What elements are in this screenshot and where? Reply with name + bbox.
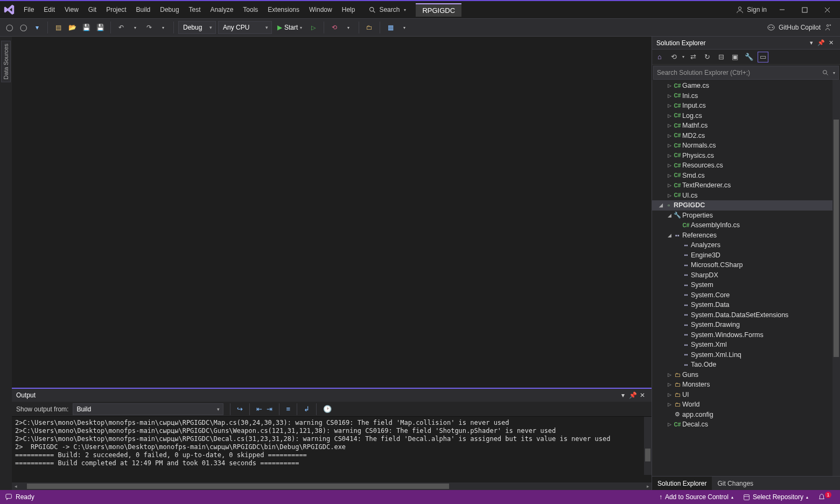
project-name-tab[interactable]: RPGIGDC — [416, 3, 461, 17]
tree-item[interactable]: ▷C#Mathf.cs — [652, 121, 840, 131]
tree-item[interactable]: ▪▪Analyzers — [652, 240, 840, 250]
menu-project[interactable]: Project — [102, 4, 130, 16]
refresh-icon[interactable]: ↻ — [702, 52, 712, 62]
tree-item[interactable]: ▪▪System — [652, 280, 840, 290]
save-button[interactable]: 💾 — [80, 22, 92, 33]
tab-git-changes[interactable]: Git Changes — [712, 477, 759, 490]
menu-build[interactable]: Build — [132, 4, 155, 16]
menu-extensions[interactable]: Extensions — [263, 4, 304, 16]
config-dropdown[interactable]: Debug — [178, 21, 216, 34]
platform-dropdown[interactable]: Any CPU — [218, 21, 272, 34]
tab-solution-explorer[interactable]: Solution Explorer — [652, 477, 712, 490]
overflow-button[interactable]: ▾ — [398, 22, 410, 33]
window-minimize-button[interactable] — [772, 3, 792, 17]
add-source-control-button[interactable]: ↑ Add to Source Control ▴ — [659, 493, 733, 501]
preview-icon[interactable]: ▭ — [758, 52, 768, 62]
tree-item[interactable]: ▷🗀World — [652, 400, 840, 410]
menu-test[interactable]: Test — [185, 4, 205, 16]
menu-file[interactable]: File — [19, 4, 38, 16]
tree-item[interactable]: ⚙app.config — [652, 410, 840, 420]
word-wrap-icon[interactable]: ↲ — [304, 405, 310, 413]
tree-item[interactable]: ▪▪System.Xml.Linq — [652, 350, 840, 360]
expander-icon[interactable]: ▷ — [666, 392, 673, 397]
goto-next-icon[interactable]: ⇥ — [267, 405, 272, 413]
output-dropdown-icon[interactable]: ▾ — [618, 391, 628, 399]
expander-icon[interactable]: ▷ — [666, 193, 673, 198]
tree-item[interactable]: ▷C#Game.cs — [652, 81, 840, 91]
tree-item[interactable]: ▷C#Physics.cs — [652, 151, 840, 161]
expander-icon[interactable]: ▷ — [666, 422, 673, 427]
hot-drop[interactable]: ▾ — [342, 22, 354, 33]
notifications-button[interactable]: 1 — [818, 493, 835, 501]
clear-icon[interactable]: ≡ — [286, 405, 290, 413]
expander-icon[interactable]: ▷ — [666, 382, 673, 387]
tree-item[interactable]: ◢🔧Properties — [652, 211, 840, 221]
menu-debug[interactable]: Debug — [156, 4, 183, 16]
properties-icon[interactable]: 🔧 — [744, 52, 754, 62]
goto-prev-icon[interactable]: ⇤ — [256, 405, 262, 413]
tree-item[interactable]: ▷C#MD2.cs — [652, 131, 840, 141]
tree-item[interactable]: ▷🗀Guns — [652, 370, 840, 380]
tree-item[interactable]: ▷C#Decal.cs — [652, 419, 840, 430]
window-maximize-button[interactable] — [795, 3, 814, 17]
start-button[interactable]: ▶ Start ▾ — [274, 24, 305, 31]
layout-button[interactable]: ▦ — [384, 22, 396, 33]
switch-views-icon[interactable]: ⟲ — [668, 52, 679, 62]
expander-icon[interactable]: ▷ — [666, 133, 673, 138]
save-all-button[interactable]: 💾 — [94, 22, 106, 33]
tree-item[interactable]: ▪▪System.Core — [652, 290, 840, 300]
open-file-button[interactable]: 📂 — [66, 22, 78, 33]
collapse-all-icon[interactable]: ⊟ — [716, 52, 726, 62]
share-icon[interactable] — [824, 24, 831, 31]
menu-window[interactable]: Window — [305, 4, 337, 16]
output-vertical-scrollbar[interactable] — [644, 417, 652, 475]
tree-item[interactable]: ▷C#TextRenderer.cs — [652, 180, 840, 191]
tree-item[interactable]: ▪▪Microsoft.CSharp — [652, 260, 840, 270]
solution-tree[interactable]: ▷C#Game.cs▷C#Ini.cs▷C#Input.cs▷C#Log.cs▷… — [652, 80, 840, 430]
nav-back-button[interactable]: ◯ — [3, 22, 15, 33]
expander-icon[interactable]: ◢ — [657, 202, 664, 208]
folder-button[interactable]: 🗀 — [363, 22, 375, 33]
expander-icon[interactable]: ◢ — [666, 233, 673, 238]
sync-icon[interactable]: ⇄ — [688, 52, 698, 62]
window-close-button[interactable] — [817, 3, 837, 17]
menu-help[interactable]: Help — [338, 4, 360, 16]
tree-item[interactable]: ▷🗀UI — [652, 390, 840, 400]
tree-item[interactable]: ▪▪System.Data.DataSetExtensions — [652, 310, 840, 320]
tree-item[interactable]: ▷C#Ini.cs — [652, 91, 840, 101]
solution-view-button[interactable]: ▤ — [52, 22, 64, 33]
tree-item[interactable]: ▪▪System.Data — [652, 300, 840, 310]
expander-icon[interactable]: ▷ — [666, 93, 673, 99]
redo-drop[interactable]: ▾ — [157, 22, 169, 33]
expander-icon[interactable]: ▷ — [666, 103, 673, 108]
nav-fwd-button[interactable]: ◯ — [17, 22, 29, 33]
tree-item[interactable]: ▷C#UI.cs — [652, 191, 840, 201]
tree-item[interactable]: ▪▪Tao.Ode — [652, 360, 840, 370]
tree-item[interactable]: ▷C#Normals.cs — [652, 141, 840, 151]
select-repository-button[interactable]: Select Repository ▴ — [743, 493, 808, 501]
tree-item[interactable]: ◢▪▪References — [652, 230, 840, 241]
start-no-debug-button[interactable]: ▷ — [307, 22, 319, 33]
solexp-dropdown-icon[interactable]: ▾ — [807, 39, 816, 46]
expander-icon[interactable]: ▷ — [666, 123, 673, 128]
redo-button[interactable]: ↷ — [143, 22, 155, 33]
expander-icon[interactable]: ▷ — [666, 402, 673, 407]
output-text[interactable]: 2>C:\Users\mono\Desktop\monofps-main\сыр… — [12, 417, 652, 482]
tree-item[interactable]: ▪▪System.Drawing — [652, 320, 840, 330]
timestamps-icon[interactable]: 🕑 — [323, 405, 332, 413]
expander-icon[interactable]: ▷ — [666, 83, 673, 88]
expander-icon[interactable]: ▷ — [666, 183, 673, 188]
undo-button[interactable]: ↶ — [115, 22, 127, 33]
data-sources-tab[interactable]: Data Sources — [1, 41, 11, 82]
expander-icon[interactable]: ▷ — [666, 163, 673, 168]
menu-tools[interactable]: Tools — [239, 4, 262, 16]
tree-item[interactable]: ▷C#Input.cs — [652, 101, 840, 111]
sign-in-button[interactable]: Sign in — [736, 6, 767, 13]
scroll-left-icon[interactable]: ◂ — [12, 484, 19, 489]
output-horizontal-scrollbar[interactable]: ◂ ▸ — [12, 482, 652, 490]
expander-icon[interactable]: ▷ — [666, 143, 673, 148]
expander-icon[interactable]: ▷ — [666, 153, 673, 158]
tree-item[interactable]: ▷C#Smd.cs — [652, 171, 840, 181]
expander-icon[interactable]: ▷ — [666, 372, 673, 377]
tree-item[interactable]: C#AssemblyInfo.cs — [652, 220, 840, 230]
